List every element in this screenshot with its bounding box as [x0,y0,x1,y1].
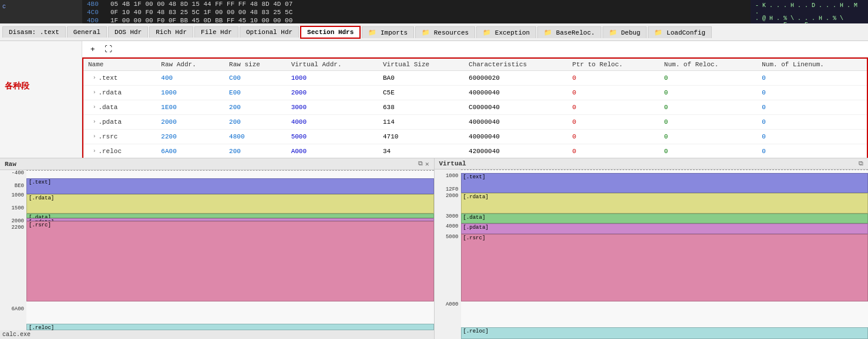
row-num-linenum-3: 0 [757,115,867,130]
raw-dashed-line [26,170,434,171]
row-chars-0: 60000020 [464,71,568,86]
hex-row-0: 4B0 05 4B 1F 00 00 48 8D 15 44 FF FF FF … [82,0,751,8]
table-row[interactable]: ›.rdata 1000 E00 2000 C5E 40000040 0 0 0 [83,86,867,100]
table-row[interactable]: ›.reloc 6A00 200 A000 34 42000040 0 0 0 [83,144,867,158]
virtual-panel: Virtual ⧉ 100012F02000300040005000A000 [… [435,158,869,339]
table-row[interactable]: ›.data 1E00 200 3000 638 C0000040 0 0 0 [83,100,867,115]
tabs-container: Disasm: .text General DOS Hdr Rich Hdr F… [0,23,868,41]
table-row[interactable]: ›.pdata 2000 200 4000 114 40000040 0 0 0 [83,115,867,130]
tab-imports[interactable]: 📁 Imports [362,26,414,38]
row-virt-size-2: 638 [378,100,464,115]
row-raw-addr-1: 1000 [156,86,224,100]
tab-general[interactable]: General [67,26,107,38]
tab-section-hdrs[interactable]: Section Hdrs [300,26,361,39]
raw-bar-.reloc: [.reloc] [26,324,434,330]
tab-rich-hdr[interactable]: Rich Hdr [149,26,193,38]
table-row[interactable]: ›.rsrc 2200 4800 5000 4710 40000040 0 0 … [83,130,867,144]
row-num-reloc-4: 0 [660,130,757,144]
raw-bar-label-.reloc: [.reloc] [27,324,433,330]
tab-disasm[interactable]: Disasm: .text [2,26,66,38]
raw-label: 2000 [11,218,24,224]
col-header-virt-size: Virtual Size [378,59,464,71]
virt-bar-.text: [.text] [461,173,869,194]
tab-loadconfig[interactable]: 📁 LoadConfig [648,26,712,38]
virt-bar-label-.reloc: [.reloc] [462,328,868,335]
raw-panel-header: Raw ⧉ ✕ [0,158,434,170]
row-num-linenum-1: 0 [757,86,867,100]
hex-bytes-1: 0F 10 40 F0 48 83 25 5C 1F 00 00 00 48 8… [110,9,746,16]
row-chevron-5: › [93,148,96,154]
row-chars-3: 40000040 [464,115,568,130]
table-row[interactable]: ›.text 400 C00 1000 BA0 60000020 0 0 0 [83,71,867,86]
row-num-linenum-4: 0 [757,130,867,144]
raw-label: 2200 [11,225,24,230]
virt-bar-label-.rdata: [.rdata] [462,194,868,201]
section-toolbar: + ⛶ [82,41,868,57]
row-raw-addr-0: 400 [156,71,224,86]
row-chars-1: 40000040 [464,86,568,100]
row-name-0: .text [98,74,117,82]
hex-content: 4B0 05 4B 1F 00 00 48 8D 15 44 FF FF FF … [82,0,751,23]
hex-area: c 4B0 05 4B 1F 00 00 48 8D 15 44 FF FF F… [0,0,868,23]
row-virt-size-1: C5E [378,86,464,100]
row-name-2: .data [98,104,117,111]
raw-restore-icon[interactable]: ⧉ [418,160,423,168]
row-num-linenum-2: 0 [757,100,867,115]
tab-debug[interactable]: 📁 Debug [603,26,647,38]
row-virt-addr-0: 1000 [287,71,378,86]
virt-label: 4000 [446,223,459,229]
ascii-row-1: . @ H . % \ . . . H . % \ [755,15,863,22]
virtual-panel-header: Virtual ⧉ [435,158,869,170]
tab-resources[interactable]: 📁 Resources [415,26,475,38]
col-header-name: Name [83,59,156,71]
row-chars-4: 40000040 [464,130,568,144]
virt-label: 12F0 [446,187,459,192]
hex-bytes-0: 05 4B 1F 00 00 48 8D 15 44 FF FF FF 48 8… [110,1,746,8]
row-raw-size-5: 200 [224,144,287,158]
row-virt-size-0: BA0 [378,71,464,86]
imports-icon: 📁 [368,29,376,36]
expand-button[interactable]: ⛶ [101,43,116,55]
virtual-panel-icons: ⧉ [859,160,863,167]
raw-panel-title: Raw [5,161,16,168]
tab-file-hdr[interactable]: File Hdr [194,26,238,38]
section-table-wrap: Name Raw Addr. Raw size Virtual Addr. Vi… [82,57,868,158]
virt-bar-label-.data: [.data] [462,214,868,221]
virtual-chart-bars: [.text][.rdata][.data][.pdata][.rsrc][.r… [461,170,869,339]
row-chevron-2: › [93,104,96,110]
row-num-reloc-1: 0 [660,86,757,100]
row-chevron-0: › [93,75,96,81]
row-chars-5: 42000040 [464,144,568,158]
virt-bar-.data: [.data] [461,213,869,223]
row-virt-addr-4: 5000 [287,130,378,144]
row-virt-size-4: 4710 [378,130,464,144]
tab-basereloc[interactable]: 📁 BaseReloc. [537,26,601,38]
row-ptr-reloc-5: 0 [568,144,660,158]
row-num-reloc-5: 0 [660,144,757,158]
row-ptr-reloc-4: 0 [568,130,660,144]
row-num-reloc-2: 0 [660,100,757,115]
col-header-num-linenum: Num. of Linenum. [757,59,867,71]
hex-addr-0: 4B0 [87,1,110,8]
tab-exception[interactable]: 📁 Exception [476,26,536,38]
add-button[interactable]: + [87,43,99,55]
virtual-chart-labels: 100012F02000300040005000A000 [435,170,461,339]
virt-bar-label-.rsrc: [.rsrc] [462,235,868,242]
row-name-4: .rsrc [98,133,117,140]
col-header-virt-addr: Virtual Addr. [287,59,378,71]
row-virt-addr-5: A000 [287,144,378,158]
row-name-1: .rdata [98,89,122,96]
virtual-restore-icon[interactable]: ⧉ [859,160,863,167]
row-ptr-reloc-0: 0 [568,71,660,86]
virt-bar-.rdata: [.rdata] [461,193,869,213]
row-virt-addr-3: 4000 [287,115,378,130]
tab-dos-hdr[interactable]: DOS Hdr [108,26,148,38]
raw-bar-.rsrc: [.rsrc] [26,221,434,301]
raw-close-icon[interactable]: ✕ [425,160,429,168]
raw-label: 1500 [11,205,24,211]
row-virt-addr-2: 3000 [287,100,378,115]
tab-optional-hdr[interactable]: Optional Hdr [240,26,299,38]
virt-bar-label-.text: [.text] [462,174,868,181]
row-raw-addr-3: 2000 [156,115,224,130]
hex-ascii-area: - K . . . H . . D . . . H . M . . @ H . … [751,0,868,23]
